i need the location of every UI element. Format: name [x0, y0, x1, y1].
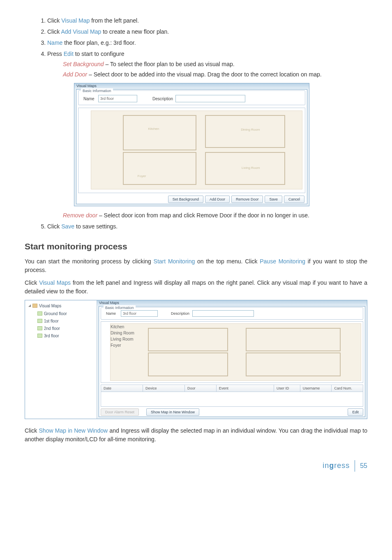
- col-date[interactable]: Date: [101, 385, 143, 392]
- col-userid[interactable]: User ID: [274, 385, 300, 392]
- link-show-map-new-window: Show Map in New Window: [39, 427, 108, 434]
- col-door[interactable]: Door: [185, 385, 217, 392]
- event-table-header: Date Device Door Event User ID Username …: [101, 385, 363, 392]
- page-footer: ingress 55: [25, 460, 367, 472]
- save-button[interactable]: Save: [265, 196, 282, 203]
- floorplan-image: Kitchen Dining Room Living Room Foyer: [110, 323, 361, 381]
- description-input[interactable]: [192, 310, 254, 317]
- remove-door-button[interactable]: Remove Door: [231, 196, 263, 203]
- link-edit: Edit: [64, 51, 74, 57]
- link-name: Name: [47, 39, 62, 46]
- sub-remove-door: Remove door – Select door icon from map …: [63, 211, 367, 220]
- description-input[interactable]: [175, 95, 245, 102]
- col-username[interactable]: Username: [300, 385, 332, 392]
- col-event[interactable]: Event: [217, 385, 274, 392]
- link-visual-map: Visual Map: [61, 17, 90, 24]
- map-icon: [37, 334, 42, 338]
- step-2: Click Add Visual Map to create a new flo…: [47, 28, 367, 36]
- step-4: Press Edit to start to configure Set Bac…: [47, 50, 367, 220]
- map-canvas[interactable]: Kitchen Dining Room Living Room Foyer: [101, 321, 363, 383]
- description-label: Description: [171, 311, 189, 317]
- tree-panel: ◢ Visual Maps Ground floor 1st floor 2nd…: [25, 300, 97, 419]
- sub-set-background: Set Background – To select the floor pla…: [63, 60, 367, 69]
- name-input[interactable]: 3rd floor: [98, 95, 137, 102]
- name-label: Name: [106, 311, 116, 317]
- tree-item-1st[interactable]: 1st floor: [37, 318, 93, 324]
- para-2: Click Visual Maps from the left panel an…: [25, 279, 367, 296]
- tree-item-3rd[interactable]: 3rd floor: [37, 333, 93, 339]
- door-alarm-reset-button[interactable]: Door Alarm Reset: [101, 408, 139, 416]
- map-icon: [37, 311, 42, 316]
- cancel-button[interactable]: Cancel: [284, 196, 304, 203]
- screenshot-monitoring-view: ◢ Visual Maps Ground floor 1st floor 2nd…: [25, 300, 367, 419]
- tree-item-ground[interactable]: Ground floor: [37, 311, 93, 317]
- floorplan-image: Kitchen Dining Room Living Room Foyer: [91, 111, 302, 189]
- para-3: Click Show Map in New Window and Ingress…: [25, 426, 367, 444]
- name-label: Name: [83, 96, 95, 102]
- add-door-button[interactable]: Add Door: [205, 196, 230, 203]
- page-number: 55: [360, 461, 367, 471]
- section-heading: Start monitoring process: [25, 240, 367, 253]
- show-map-new-window-button[interactable]: Show Map in New Window: [146, 408, 199, 416]
- set-background-button[interactable]: Set Background: [168, 196, 203, 203]
- link-add-visual-map: Add Visual Map: [61, 28, 101, 35]
- para-1: You can start the monitoring process by …: [25, 257, 367, 274]
- tree-item-2nd[interactable]: 2nd floor: [37, 325, 93, 332]
- brand-logo: ingress: [323, 460, 350, 471]
- folder-icon: [32, 304, 37, 308]
- tree-root[interactable]: ◢ Visual Maps: [28, 303, 93, 309]
- col-cardnum[interactable]: Card Num.: [332, 385, 363, 392]
- step-3: Name the floor plan, e.g.: 3rd floor.: [47, 39, 367, 47]
- link-save: Save: [61, 223, 74, 230]
- link-start-monitoring: Start Monitoring: [154, 258, 195, 265]
- link-pause-monitoring: Pause Monitoring: [260, 258, 305, 265]
- step-1: Click Visual Map from the left panel.: [47, 16, 367, 25]
- event-table-body: [101, 392, 363, 407]
- map-icon: [37, 319, 42, 323]
- screenshot-visual-map-editor: Visual Maps Basic Information Name 3rd f…: [74, 83, 309, 206]
- description-label: Description: [152, 96, 173, 102]
- link-visual-maps: Visual Maps: [39, 279, 71, 286]
- name-input[interactable]: 3rd floor: [121, 310, 158, 317]
- col-device[interactable]: Device: [143, 385, 185, 392]
- steps-list: Click Visual Map from the left panel. Cl…: [47, 16, 367, 231]
- groupbox-label: Basic Information: [81, 88, 113, 94]
- map-canvas[interactable]: Kitchen Dining Room Living Room Foyer: [78, 108, 305, 193]
- edit-button[interactable]: Edit: [348, 408, 363, 416]
- sub-add-door: Add Door – Select door to be added into …: [63, 70, 367, 79]
- map-icon: [37, 326, 42, 330]
- panel-titlebar: Visual Maps: [97, 300, 367, 306]
- step-5: Click Save to save settings.: [47, 222, 367, 231]
